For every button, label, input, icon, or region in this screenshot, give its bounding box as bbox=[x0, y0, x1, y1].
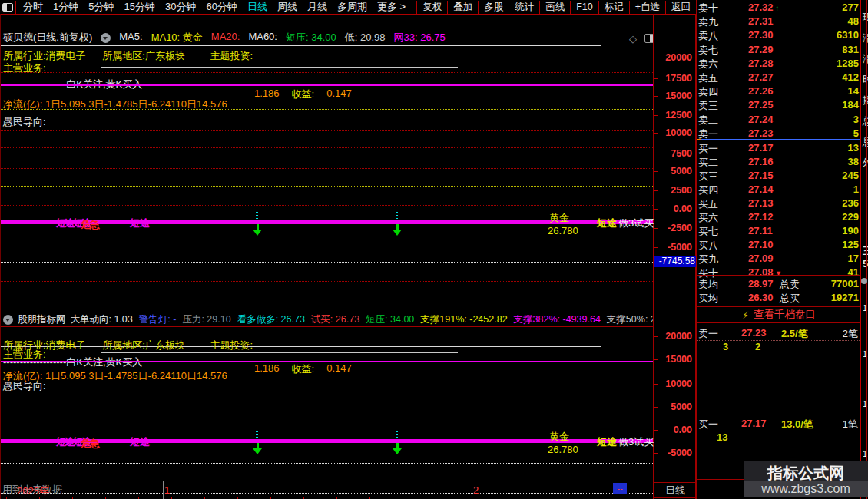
menu-item-月线[interactable]: 月线 bbox=[307, 0, 327, 14]
axis-tick bbox=[654, 115, 658, 116]
sell-row-3[interactable]: 卖三27.25184 bbox=[697, 99, 861, 113]
axis-tick-label: -2500 bbox=[668, 223, 692, 233]
menu-item-多股[interactable]: 多股 bbox=[478, 1, 509, 14]
gridline bbox=[1, 168, 654, 169]
menu-item-画线[interactable]: 画线 bbox=[539, 1, 570, 14]
buy-row-8[interactable]: 买八27.10125 bbox=[697, 239, 861, 253]
gridline bbox=[1, 130, 654, 131]
timeline-scroll-box[interactable]: -- bbox=[613, 483, 627, 494]
sell-row-4[interactable]: 卖四27.2614 bbox=[697, 85, 861, 99]
period-label[interactable]: 日线 bbox=[654, 482, 697, 498]
axis-tick bbox=[654, 453, 658, 454]
axis-tick bbox=[654, 133, 658, 134]
chevron-circle-icon[interactable] bbox=[861, 278, 867, 284]
gridline bbox=[1, 262, 654, 263]
watermark: 指标公式网 www.zbgs3.com bbox=[744, 461, 868, 497]
axis-tick bbox=[654, 247, 658, 248]
view-depth-button[interactable]: ⚡ 查看千档盘口 bbox=[697, 306, 861, 323]
chart-frame: 硕贝德(日线.前复权) MA5:MA10: 黄金MA20:MA60:短压: 34… bbox=[0, 14, 654, 499]
axis-tick bbox=[654, 336, 658, 337]
window-split-icon[interactable] bbox=[0, 1, 16, 14]
axis-tick-label: 0.00 bbox=[674, 425, 692, 435]
menu-item-分时[interactable]: 分时 bbox=[23, 0, 43, 14]
menu-item-5分钟[interactable]: 5分钟 bbox=[88, 0, 114, 14]
sell-row-7[interactable]: 卖七27.29831 bbox=[697, 44, 861, 58]
gold-value: 26.780 bbox=[548, 444, 578, 455]
sell-arrow-icon bbox=[253, 224, 262, 236]
menu-item-标记[interactable]: 标记 bbox=[598, 1, 629, 14]
legend-segment: 压力: 29.10 bbox=[182, 313, 230, 326]
cyan-tick bbox=[256, 212, 258, 219]
menu-item-复权[interactable]: 复权 bbox=[416, 1, 447, 14]
sell1-detail-row: 卖一 27.23 2.5/笔 2笔 bbox=[697, 327, 861, 341]
menu-item-多周期[interactable]: 多周期 bbox=[337, 0, 367, 14]
bid-ask-separator bbox=[697, 139, 861, 140]
buy-row-5[interactable]: 买五27.13236 bbox=[697, 197, 861, 211]
legend-segment: 支撑382%: -4939.64 bbox=[514, 313, 601, 326]
gridline bbox=[1, 205, 654, 206]
sell-row-2[interactable]: 卖二27.243 bbox=[697, 114, 861, 127]
axis-tick-label: 5000 bbox=[671, 402, 692, 412]
buy-row-2[interactable]: 买二27.1638 bbox=[697, 156, 861, 170]
axis-tick-label: 15000 bbox=[665, 354, 692, 365]
buy-row-4[interactable]: 买四27.141 bbox=[697, 183, 861, 197]
sell-row-5[interactable]: 卖五27.27412 bbox=[697, 71, 861, 85]
menu-item-日线[interactable]: 日线 bbox=[247, 0, 267, 14]
sell-row-9[interactable]: 卖九27.3148 bbox=[697, 15, 861, 29]
chevron-circle-icon[interactable] bbox=[101, 33, 111, 43]
axis-tick-label: -5000 bbox=[668, 448, 692, 458]
legend-segment: MA10: 黄金 bbox=[151, 31, 203, 45]
axis-tick-label: 7500 bbox=[671, 148, 692, 159]
legend-segment: 试买: 26.73 bbox=[311, 313, 359, 326]
menu-item-返回[interactable]: 返回 bbox=[665, 1, 696, 14]
buy-row-7[interactable]: 买七27.11190 bbox=[697, 225, 861, 239]
sell-arrow-icon bbox=[393, 224, 402, 236]
menu-item-15分钟[interactable]: 15分钟 bbox=[124, 0, 154, 14]
axis-tick bbox=[654, 171, 658, 172]
order-book-summary: 卖均 28.97 总卖 77001 买均 26.30 总买 19271 bbox=[697, 275, 861, 306]
gain-row: 1.186 收益: 0.147 bbox=[254, 88, 352, 101]
gain-label: 收益: bbox=[292, 88, 315, 101]
cyan-tick bbox=[396, 431, 398, 438]
divider-line bbox=[697, 415, 868, 415]
axis-tick-label: 20000 bbox=[665, 52, 692, 63]
axis-tick bbox=[654, 430, 658, 431]
sell-row-8[interactable]: 卖八27.306310 bbox=[697, 29, 861, 43]
timeline-mark-line bbox=[472, 481, 472, 499]
menu-item-1分钟[interactable]: 1分钟 bbox=[53, 0, 78, 14]
menu-item-30分钟[interactable]: 30分钟 bbox=[165, 0, 196, 14]
legend-segment: 短压: 34.00 bbox=[366, 313, 414, 326]
watermark-title: 指标公式网 bbox=[744, 463, 868, 484]
axis-tick-label: 12500 bbox=[665, 110, 692, 121]
legend-segment: 大单动向: 1.03 bbox=[71, 313, 133, 326]
band-text-mid: 短途 bbox=[130, 435, 150, 449]
axis-tick bbox=[654, 384, 658, 385]
signal-band: 短途短途 危急 短途 黄金 26.780 短途 做3试买 bbox=[1, 216, 654, 241]
buy-row-3[interactable]: 买三27.15245 bbox=[697, 170, 861, 183]
tool-menu: 复权叠加多股统计画线F10标记+自选返回 bbox=[416, 0, 696, 14]
buy-row-9[interactable]: 买九27.0917 bbox=[697, 253, 861, 266]
buy-average-row: 买均 26.30 总买 19271 bbox=[697, 292, 861, 306]
menu-item-更多 >[interactable]: 更多 > bbox=[377, 0, 406, 14]
timeline-bar[interactable]: 2025年 -- 12 bbox=[0, 481, 697, 499]
buy-row-6[interactable]: 买六27.12229 bbox=[697, 211, 861, 225]
menu-item-60分钟[interactable]: 60分钟 bbox=[206, 0, 237, 14]
diamond-icon[interactable]: ◇ bbox=[629, 33, 637, 45]
buy-row-1[interactable]: 买一27.1713 bbox=[697, 142, 861, 156]
axis-tick bbox=[654, 78, 658, 79]
indicator-line bbox=[1, 84, 654, 86]
menu-item-叠加[interactable]: 叠加 bbox=[447, 1, 478, 14]
menu-item-周线[interactable]: 周线 bbox=[277, 0, 297, 14]
menu-item-统计[interactable]: 统计 bbox=[509, 1, 539, 14]
sell-row-10[interactable]: 卖十27.32 ↑277 bbox=[697, 2, 861, 15]
chevron-circle-icon[interactable] bbox=[3, 315, 13, 325]
gridline bbox=[1, 375, 654, 375]
indicator-values: 大单动向: 1.03警告灯: -压力: 29.10看多做多: 26.73试买: … bbox=[71, 313, 655, 326]
menu-item-+自选[interactable]: +自选 bbox=[629, 1, 665, 14]
axis-tick-label: 10000 bbox=[665, 127, 692, 138]
divider-line bbox=[101, 352, 458, 353]
menu-item-F10[interactable]: F10 bbox=[570, 1, 598, 14]
gain-value2: 0.147 bbox=[326, 88, 352, 101]
gain-value: 1.186 bbox=[254, 88, 280, 101]
sell-row-6[interactable]: 卖六27.281285 bbox=[697, 58, 861, 71]
